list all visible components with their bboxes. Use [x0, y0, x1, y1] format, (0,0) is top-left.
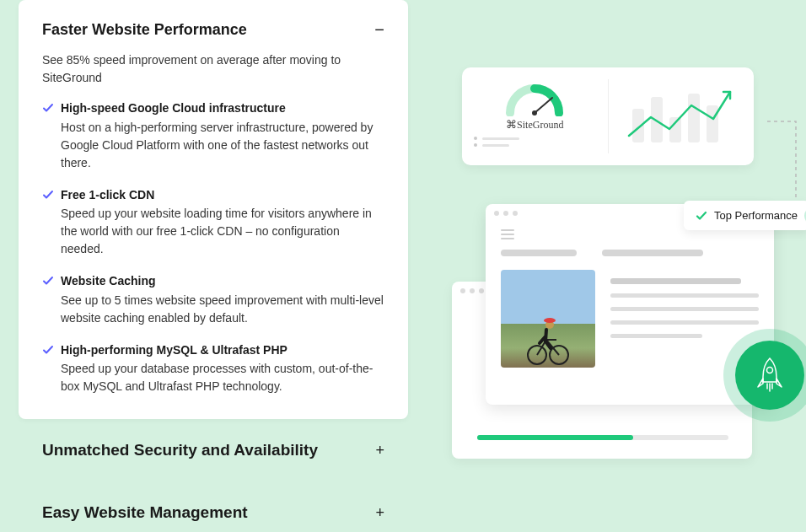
feature-title: High-speed Google Cloud infrastructure [61, 100, 384, 117]
feature-item: Website Caching See up to 5 times websit… [42, 273, 384, 327]
feature-desc: Speed up your database processes with cu… [61, 360, 384, 395]
feature-item: High-speed Google Cloud infrastructure H… [42, 100, 384, 172]
svg-rect-6 [707, 105, 718, 142]
expand-icon: + [375, 442, 384, 459]
feature-item: High-performing MySQL & Ultrafast PHP Sp… [42, 342, 384, 396]
accordion-title: Faster Website Performance [42, 21, 247, 39]
accordion-header-security[interactable]: Unmatched Security and Availability + [19, 419, 408, 481]
illustration-area: ⌘SiteGround Top [447, 52, 801, 508]
collapse-icon: − [374, 20, 384, 40]
accordion-subtitle: See 85% speed improvement on average aft… [42, 51, 384, 87]
feature-title: High-performing MySQL & Ultrafast PHP [61, 342, 384, 359]
expand-icon: + [375, 504, 384, 522]
check-icon [42, 189, 54, 201]
gauge-area: ⌘SiteGround [462, 67, 608, 165]
check-icon [42, 102, 54, 114]
feature-title: Website Caching [61, 273, 384, 290]
cyclist-image [501, 270, 595, 368]
feature-item: Free 1-click CDN Speed up your website l… [42, 187, 384, 259]
feature-desc: Host on a high-performing server infrast… [61, 119, 384, 172]
dashboard-panel: ⌘SiteGround [462, 67, 754, 165]
rocket-icon [735, 341, 804, 410]
accordion-header-management[interactable]: Easy Website Management + [19, 481, 408, 532]
accordion-title: Unmatched Security and Availability [42, 441, 318, 459]
performance-badge: Top Performance [684, 201, 806, 230]
feature-list: High-speed Google Cloud infrastructure H… [42, 100, 384, 395]
svg-point-10 [544, 318, 556, 323]
feature-desc: See up to 5 times website speed improvem… [61, 292, 384, 327]
accordion-title: Easy Website Management [42, 503, 248, 522]
badge-label: Top Performance [714, 209, 798, 222]
feature-title: Free 1-click CDN [61, 187, 384, 204]
brand-label: ⌘SiteGround [474, 118, 596, 132]
svg-rect-4 [669, 117, 681, 142]
check-icon [696, 210, 707, 222]
svg-line-1 [535, 98, 552, 113]
accordion-column: Faster Website Performance − See 85% spe… [19, 0, 408, 532]
feature-desc: Speed up your website loading time for v… [61, 205, 384, 258]
accordion-header-performance[interactable]: Faster Website Performance − [42, 20, 384, 40]
accordion-panel-performance: Faster Website Performance − See 85% spe… [19, 0, 408, 419]
svg-rect-5 [688, 94, 700, 142]
gauge-icon [502, 79, 567, 116]
check-icon [42, 344, 54, 356]
check-icon [42, 275, 54, 287]
trend-chart [609, 67, 755, 165]
hamburger-icon [501, 229, 514, 239]
progress-bar [477, 435, 728, 440]
svg-point-11 [767, 368, 773, 373]
